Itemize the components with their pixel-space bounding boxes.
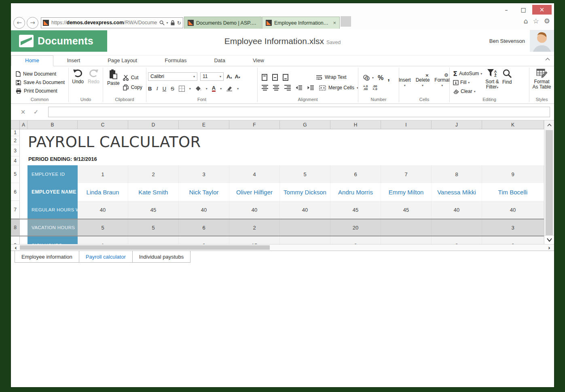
- formula-confirm-icon[interactable]: ✓: [30, 108, 42, 116]
- minimize-button[interactable]: –: [498, 5, 514, 15]
- fill-button[interactable]: Fill ▾: [453, 79, 482, 86]
- cell[interactable]: 6: [179, 219, 229, 236]
- cell[interactable]: [20, 201, 28, 219]
- print-document-button[interactable]: Print Document: [16, 87, 67, 95]
- ribbon-tab-home[interactable]: Home: [11, 55, 53, 66]
- cell[interactable]: [280, 219, 330, 236]
- cell[interactable]: 9: [482, 165, 544, 183]
- cell[interactable]: [20, 219, 28, 236]
- column-header[interactable]: A: [20, 120, 28, 129]
- cell[interactable]: 40: [78, 201, 128, 219]
- cell[interactable]: 20: [330, 219, 381, 236]
- shrink-font-button[interactable]: A▾: [235, 74, 240, 80]
- cell[interactable]: 45: [381, 201, 432, 219]
- align-right-button[interactable]: [284, 85, 291, 91]
- back-button[interactable]: ←: [13, 17, 25, 29]
- cell[interactable]: 2: [229, 219, 280, 236]
- column-header[interactable]: K: [482, 120, 544, 129]
- cell[interactable]: Kate Smith: [128, 183, 179, 201]
- user-avatar[interactable]: [530, 30, 554, 52]
- cell[interactable]: 15: [229, 236, 280, 244]
- cell[interactable]: [432, 219, 482, 236]
- cell[interactable]: [128, 236, 179, 244]
- cell[interactable]: 40: [482, 201, 544, 219]
- font-size-select[interactable]: 11▾: [200, 72, 224, 81]
- font-family-select[interactable]: Calibri▾: [148, 72, 197, 81]
- new-document-button[interactable]: New Document: [16, 70, 67, 78]
- browser-tab-employee-information[interactable]: Employee Information.xlsx ×: [262, 17, 340, 29]
- cell[interactable]: 8: [432, 236, 482, 244]
- home-icon[interactable]: ⌂: [524, 17, 528, 25]
- font-color-button[interactable]: A: [212, 86, 216, 92]
- column-header[interactable]: F: [229, 120, 280, 129]
- ribbon-tab-view[interactable]: View: [239, 56, 278, 66]
- vertical-scroll-thumb[interactable]: [546, 130, 553, 244]
- sort-filter-button[interactable]: AZ Sort &Filter▾: [485, 68, 499, 97]
- cell[interactable]: Linda Braun: [78, 183, 128, 201]
- comma-style-button[interactable]: ,: [387, 73, 390, 82]
- column-header[interactable]: I: [381, 120, 432, 129]
- cell[interactable]: 40: [432, 201, 482, 219]
- row-label-cell[interactable]: EMPLOYEE NAME: [28, 183, 78, 201]
- format-cells-button[interactable]: ⚙ Format ▾: [434, 68, 450, 97]
- cell[interactable]: 3: [179, 165, 229, 183]
- cell[interactable]: 45: [128, 201, 179, 219]
- scroll-left-button[interactable]: ‹: [12, 244, 20, 251]
- cell[interactable]: [381, 236, 432, 244]
- scroll-right-button[interactable]: ›: [545, 244, 553, 251]
- sheet-title[interactable]: PAYROLL CALCULATOR: [28, 133, 201, 151]
- find-button[interactable]: Find: [502, 68, 512, 97]
- cell[interactable]: 5: [128, 219, 179, 236]
- strikethrough-button[interactable]: S: [171, 86, 174, 92]
- column-header[interactable]: E: [179, 120, 229, 129]
- highlight-button[interactable]: [226, 86, 233, 91]
- redo-button[interactable]: Redo: [88, 68, 99, 97]
- cell[interactable]: Tim Bocelli: [482, 183, 544, 201]
- ribbon-tab-formulas[interactable]: Formulas: [151, 56, 200, 66]
- settings-gear-icon[interactable]: ⚙: [544, 17, 550, 25]
- new-tab-button[interactable]: [341, 16, 351, 27]
- merge-cells-button[interactable]: Merge Cells ▾: [319, 84, 358, 91]
- sheet-subtitle[interactable]: PERIOD ENDING: 9/12/2016: [28, 156, 97, 162]
- italic-button[interactable]: I: [156, 85, 158, 92]
- cell[interactable]: 4: [229, 165, 280, 183]
- cell[interactable]: Oliver Hilfiger: [229, 183, 280, 201]
- cell[interactable]: Andru Morris: [330, 183, 381, 201]
- sheet-tab-employee-information[interactable]: Employee information: [15, 251, 79, 263]
- ribbon-collapse-button[interactable]: [545, 58, 550, 61]
- column-header[interactable]: G: [280, 120, 330, 129]
- cell[interactable]: 8: [432, 165, 482, 183]
- underline-button[interactable]: U: [163, 86, 166, 92]
- cell[interactable]: 1: [78, 165, 128, 183]
- horizontal-scroll-thumb[interactable]: [20, 245, 270, 250]
- cell[interactable]: 45: [330, 201, 381, 219]
- cell[interactable]: [20, 183, 28, 201]
- align-center-button[interactable]: [273, 85, 279, 91]
- clear-button[interactable]: Clear ▾: [453, 88, 482, 95]
- decrease-indent-button[interactable]: [296, 85, 303, 90]
- cell[interactable]: 5: [280, 165, 330, 183]
- vertical-scrollbar[interactable]: [544, 120, 554, 244]
- cell[interactable]: 40: [229, 201, 280, 219]
- formula-cancel-icon[interactable]: ×: [17, 108, 30, 116]
- refresh-icon[interactable]: ↻: [177, 20, 181, 26]
- align-bottom-button[interactable]: [283, 74, 288, 81]
- row-label-cell[interactable]: VACATION HOURS: [28, 219, 78, 236]
- row-label-cell[interactable]: SICK HOURS: [28, 236, 78, 244]
- sheet-tab-payroll-calculator[interactable]: Payroll calculator: [79, 251, 133, 263]
- maximize-button[interactable]: □: [515, 5, 531, 15]
- insert-cells-button[interactable]: Insert ▾: [399, 68, 411, 97]
- row-header[interactable]: 2: [11, 136, 20, 145]
- cell[interactable]: 6: [330, 165, 381, 183]
- row-label-cell[interactable]: REGULAR HOURS WORKED: [28, 201, 78, 219]
- paste-button[interactable]: Paste: [107, 68, 120, 97]
- favorites-star-icon[interactable]: ☆: [533, 17, 539, 25]
- format-as-table-button[interactable]: FormatAs Table: [533, 68, 551, 97]
- align-top-button[interactable]: [262, 74, 267, 81]
- fill-color-button[interactable]: [195, 86, 201, 91]
- autosum-button[interactable]: Σ AutoSum ▾: [453, 70, 482, 78]
- cell[interactable]: 8: [330, 236, 381, 244]
- cell[interactable]: [20, 165, 28, 183]
- cell[interactable]: 2: [128, 165, 179, 183]
- cell[interactable]: [381, 219, 432, 236]
